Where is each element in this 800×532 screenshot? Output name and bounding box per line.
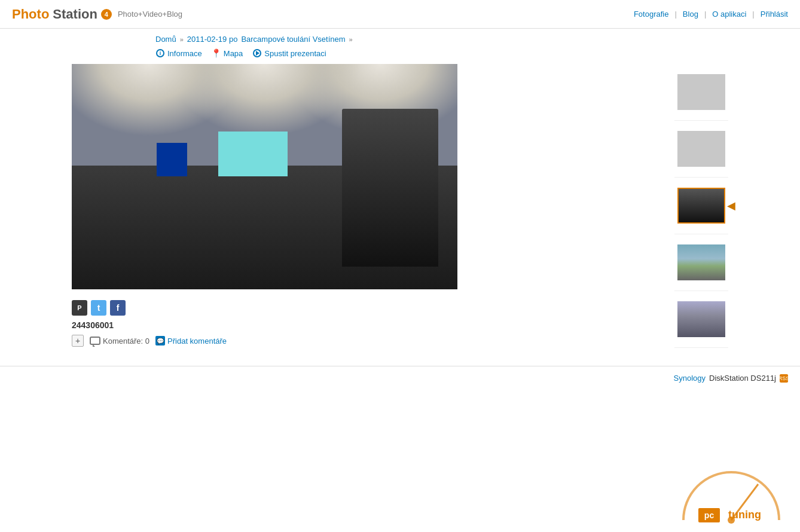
app-subtitle: Photo+Video+Blog: [118, 10, 182, 19]
slideshow-label: Spustit prezentaci: [264, 49, 326, 58]
header-nav: Fotografie | Blog | O aplikaci | Přihlás…: [634, 10, 788, 19]
active-thumb-arrow: ◀: [727, 201, 735, 210]
nav-blog[interactable]: Blog: [683, 10, 698, 19]
rss-icon: RSS: [780, 374, 788, 383]
app-version-badge: 4: [101, 9, 112, 20]
footer-diskstation-label: DiskStation DS211j: [709, 374, 776, 383]
comments-label: Komentáře: 0: [103, 337, 149, 346]
main-content: P t f 244306001 + Komentáře: 0 💬 Přidat …: [0, 64, 800, 348]
add-comment-label: Přidat komentáře: [167, 337, 227, 346]
breadcrumb-album-name[interactable]: Barcampové toulání Vsetínem: [241, 35, 345, 44]
comment-count: Komentáře: 0: [90, 337, 149, 346]
photo-id: 244306001: [72, 320, 662, 330]
info-button[interactable]: i Informace: [155, 48, 202, 58]
thumb-img-2: [677, 131, 725, 167]
footer: Synology DiskStation DS211j RSS: [0, 366, 800, 390]
header-left: Photo Station 4 Photo+Video+Blog: [12, 7, 182, 22]
thumb-img-1: [677, 74, 725, 110]
add-comment-button[interactable]: 💬 Přidat komentáře: [155, 336, 227, 346]
info-icon: i: [155, 48, 165, 58]
map-button[interactable]: 📍 Mapa: [212, 48, 243, 58]
app-title-photo: Photo: [12, 7, 49, 22]
info-label: Informace: [167, 49, 202, 58]
thumbnail-5[interactable]: [674, 291, 728, 348]
breadcrumb-home[interactable]: Domů: [155, 35, 176, 44]
breadcrumb: Domů » 2011-02-19 poBarcampové toulání V…: [0, 29, 800, 46]
svg-text:pc: pc: [704, 510, 714, 520]
comment-bubble-icon: [90, 337, 100, 345]
footer-synology-link[interactable]: Synology: [674, 374, 706, 383]
nav-o-aplikaci[interactable]: O aplikaci: [712, 10, 746, 19]
add-comment-icon: 💬: [155, 336, 165, 346]
map-label: Mapa: [224, 49, 243, 58]
header: Photo Station 4 Photo+Video+Blog Fotogra…: [0, 0, 800, 29]
comments-row: + Komentáře: 0 💬 Přidat komentáře: [72, 335, 662, 347]
thumb-img-4: [677, 244, 725, 280]
play-icon: [252, 48, 262, 58]
pctuning-logo: pc tuning: [662, 454, 800, 532]
thumb-img-3: [677, 188, 725, 224]
nav-fotografie[interactable]: Fotografie: [634, 10, 669, 19]
breadcrumb-album-date[interactable]: 2011-02-19 po: [187, 35, 238, 44]
share-pixlr-button[interactable]: P: [72, 300, 87, 316]
thumb-img-5: [677, 301, 725, 337]
photo-actions: P t f: [72, 300, 662, 316]
toolbar: i Informace 📍 Mapa Spustit prezentaci: [0, 46, 800, 64]
thumbnail-sidebar: ◀: [674, 64, 728, 348]
thumbnail-4[interactable]: [674, 234, 728, 291]
expand-button[interactable]: +: [72, 335, 84, 347]
app-title-station: Station: [53, 7, 97, 22]
thumbnail-1[interactable]: [674, 64, 728, 121]
share-twitter-button[interactable]: t: [91, 300, 106, 316]
thumbnail-2[interactable]: [674, 121, 728, 178]
share-facebook-button[interactable]: f: [110, 300, 126, 316]
main-photo[interactable]: [72, 64, 457, 289]
photo-area: P t f 244306001 + Komentáře: 0 💬 Přidat …: [72, 64, 662, 348]
thumbnail-3[interactable]: ◀: [674, 178, 728, 234]
map-pin-icon: 📍: [212, 48, 221, 58]
svg-text:tuning: tuning: [728, 509, 761, 521]
nav-prihlasit[interactable]: Přihlásit: [761, 10, 788, 19]
slideshow-button[interactable]: Spustit prezentaci: [252, 48, 326, 58]
